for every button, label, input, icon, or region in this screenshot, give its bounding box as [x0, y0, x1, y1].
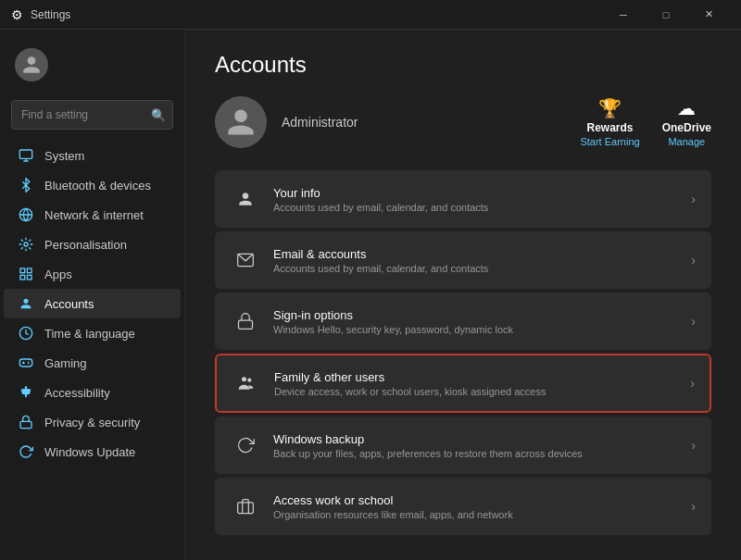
sidebar: 🔍 SystemBluetooth & devicesNetwork & int…	[0, 30, 185, 560]
setting-row-sign-in[interactable]: Sign-in options Windows Hello, security …	[215, 292, 711, 350]
minimize-button[interactable]: ─	[602, 0, 645, 30]
setting-desc-work-school: Organisation resources like email, apps,…	[273, 509, 691, 520]
chevron-icon-work-school: ›	[691, 499, 696, 514]
nav-icon-accounts	[19, 296, 33, 311]
nav-label-personalisation: Personalisation	[44, 238, 127, 252]
sidebar-item-system[interactable]: System	[4, 141, 181, 170]
action-sublabel-onedrive: Manage	[668, 136, 705, 147]
setting-icon-work-school	[231, 492, 260, 521]
titlebar: ⚙ Settings ─ □ ✕	[0, 0, 741, 30]
chevron-icon-family: ›	[690, 376, 695, 391]
settings-list: Your info Accounts used by email, calend…	[215, 170, 711, 535]
nav-label-time: Time & language	[44, 327, 135, 341]
setting-icon-your-info	[231, 184, 260, 214]
setting-desc-sign-in: Windows Hello, security key, password, d…	[273, 324, 691, 335]
avatar	[15, 48, 48, 81]
setting-text-sign-in: Sign-in options Windows Hello, security …	[273, 308, 691, 335]
nav-label-gaming: Gaming	[44, 356, 87, 370]
svg-rect-4	[27, 268, 31, 273]
svg-point-9	[25, 386, 28, 389]
nav-label-accounts: Accounts	[44, 297, 94, 311]
setting-row-email-accounts[interactable]: Email & accounts Accounts used by email,…	[215, 231, 711, 289]
nav-icon-accessibility	[19, 385, 33, 400]
nav-icon-update	[19, 444, 33, 459]
sidebar-item-network[interactable]: Network & internet	[4, 200, 181, 230]
close-button[interactable]: ✕	[687, 0, 730, 30]
setting-text-your-info: Your info Accounts used by email, calend…	[273, 186, 691, 213]
setting-text-family: Family & other users Device access, work…	[274, 370, 690, 397]
svg-rect-6	[20, 275, 25, 280]
main-content: Accounts Administrator 🏆 Rewards Start E…	[185, 30, 741, 560]
nav-label-network: Network & internet	[44, 208, 144, 222]
sidebar-item-apps[interactable]: Apps	[4, 259, 181, 289]
svg-rect-10	[20, 421, 31, 428]
sidebar-item-accounts[interactable]: Accounts	[4, 289, 181, 318]
search-icon: 🔍	[151, 108, 166, 122]
nav-label-update: Windows Update	[44, 445, 135, 459]
svg-rect-8	[19, 359, 31, 367]
action-sublabel-rewards: Start Earning	[580, 136, 639, 147]
titlebar-title: Settings	[31, 8, 70, 21]
svg-point-13	[242, 377, 246, 381]
nav-label-accessibility: Accessibility	[44, 386, 110, 400]
svg-rect-15	[238, 503, 254, 514]
user-header: Administrator 🏆 Rewards Start Earning ☁ …	[215, 96, 711, 148]
titlebar-controls: ─ □ ✕	[602, 0, 730, 30]
action-icon-rewards: 🏆	[598, 97, 622, 119]
sidebar-item-time[interactable]: Time & language	[4, 318, 181, 348]
setting-row-your-info[interactable]: Your info Accounts used by email, calend…	[215, 170, 711, 228]
settings-icon: ⚙	[11, 7, 23, 22]
search-input[interactable]	[11, 100, 173, 130]
setting-icon-family	[232, 368, 261, 398]
nav-label-bluetooth: Bluetooth & devices	[44, 179, 151, 193]
sidebar-item-privacy[interactable]: Privacy & security	[4, 407, 181, 437]
nav-icon-gaming	[19, 355, 33, 370]
nav-icon-system	[19, 148, 33, 163]
setting-icon-backup	[231, 430, 260, 460]
setting-desc-your-info: Accounts used by email, calendar, and co…	[273, 202, 691, 213]
sidebar-item-update[interactable]: Windows Update	[4, 437, 181, 467]
setting-text-work-school: Access work or school Organisation resou…	[273, 493, 691, 520]
page-title: Accounts	[215, 52, 711, 78]
nav-label-privacy: Privacy & security	[44, 416, 140, 429]
sidebar-item-accessibility[interactable]: Accessibility	[4, 378, 181, 407]
chevron-icon-sign-in: ›	[691, 314, 696, 329]
setting-title-email-accounts: Email & accounts	[273, 247, 691, 261]
nav-icon-apps	[19, 267, 33, 281]
setting-text-backup: Windows backup Back up your files, apps,…	[273, 432, 691, 459]
nav-label-apps: Apps	[44, 268, 72, 281]
nav-label-system: System	[44, 149, 84, 163]
setting-title-family: Family & other users	[274, 370, 690, 384]
chevron-icon-email-accounts: ›	[691, 253, 696, 268]
setting-title-your-info: Your info	[273, 186, 691, 200]
setting-title-work-school: Access work or school	[273, 493, 691, 507]
svg-rect-3	[20, 268, 25, 273]
sidebar-item-bluetooth[interactable]: Bluetooth & devices	[4, 170, 181, 200]
setting-desc-family: Device access, work or school users, kio…	[274, 386, 690, 397]
setting-desc-email-accounts: Accounts used by email, calendar, and co…	[273, 263, 691, 274]
svg-rect-5	[27, 275, 31, 280]
action-onedrive[interactable]: ☁ OneDrive Manage	[662, 97, 711, 147]
nav-icon-privacy	[19, 415, 33, 429]
sidebar-user-profile	[0, 37, 184, 93]
sidebar-item-gaming[interactable]: Gaming	[4, 348, 181, 378]
setting-title-sign-in: Sign-in options	[273, 308, 691, 322]
action-label-onedrive: OneDrive	[662, 121, 711, 134]
sidebar-item-personalisation[interactable]: Personalisation	[4, 230, 181, 259]
action-icon-onedrive: ☁	[677, 97, 696, 119]
svg-point-14	[247, 379, 251, 382]
setting-row-work-school[interactable]: Access work or school Organisation resou…	[215, 478, 711, 535]
setting-row-backup[interactable]: Windows backup Back up your files, apps,…	[215, 417, 711, 474]
nav-icon-personalisation	[19, 237, 33, 252]
setting-row-family[interactable]: Family & other users Device access, work…	[215, 354, 711, 413]
setting-desc-backup: Back up your files, apps, preferences to…	[273, 448, 691, 459]
setting-title-backup: Windows backup	[273, 432, 691, 446]
action-rewards[interactable]: 🏆 Rewards Start Earning	[580, 97, 639, 147]
maximize-button[interactable]: □	[645, 0, 687, 30]
user-info: Administrator	[215, 96, 358, 148]
setting-icon-sign-in	[231, 306, 260, 336]
nav-list: SystemBluetooth & devicesNetwork & inter…	[0, 141, 184, 467]
user-big-avatar	[215, 96, 267, 148]
search-box: 🔍	[11, 100, 173, 130]
svg-rect-12	[239, 320, 253, 329]
